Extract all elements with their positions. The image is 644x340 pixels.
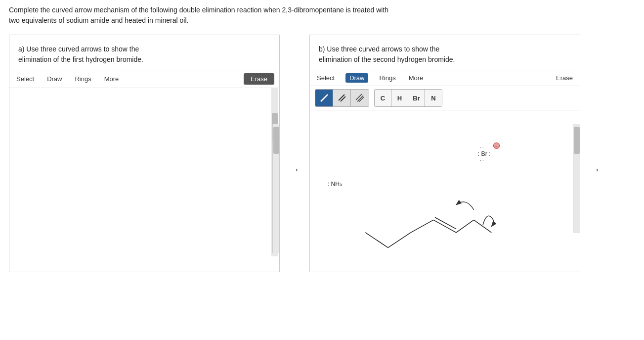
- more-button-b[interactable]: More: [407, 73, 426, 83]
- panel-b-drawing-area[interactable]: − : Br : · · · · : NH₃ − : NH₂ · ·: [310, 110, 580, 259]
- erase-button[interactable]: Erase: [244, 73, 274, 85]
- panel-a-toolbar: Select Draw Rings More Erase: [9, 70, 279, 88]
- carbon-button[interactable]: C: [375, 90, 391, 106]
- panel-b: b) Use three curved arrows to show the e…: [309, 35, 580, 272]
- hydrogen-button[interactable]: H: [391, 90, 408, 106]
- reaction-arrow: →: [280, 35, 309, 176]
- svg-line-47: [321, 95, 328, 101]
- svg-text:· ·: · ·: [480, 158, 484, 163]
- double-bond-button[interactable]: [333, 90, 351, 106]
- svg-line-69: [474, 220, 492, 233]
- bromine-button[interactable]: Br: [408, 90, 425, 106]
- svg-line-63: [388, 233, 411, 248]
- erase-button-b[interactable]: Erase: [554, 73, 575, 83]
- svg-line-65: [411, 220, 433, 233]
- svg-line-66: [433, 220, 456, 233]
- rings-button-b[interactable]: Rings: [377, 73, 397, 83]
- svg-text:: Br :: : Br :: [478, 150, 491, 157]
- rings-button[interactable]: Rings: [73, 74, 93, 84]
- more-button[interactable]: More: [102, 74, 121, 84]
- panel-b-toolbar: Select Draw Rings More Erase: [310, 70, 580, 86]
- svg-line-50: [356, 94, 362, 100]
- bond-toolbar: C H Br N: [310, 86, 580, 110]
- draw-button[interactable]: Draw: [45, 74, 64, 84]
- svg-line-67: [435, 217, 456, 229]
- panel-a-header: a) Use three curved arrows to show the e…: [9, 35, 279, 70]
- select-button-b[interactable]: Select: [315, 73, 337, 83]
- nitrogen-button[interactable]: N: [425, 90, 442, 106]
- question-text: Complete the curved arrow mechanism of t…: [9, 5, 632, 26]
- atom-group: C H Br N: [374, 89, 442, 107]
- svg-text:: NH₃: : NH₃: [328, 181, 342, 188]
- panel-a-drawing-area[interactable]: : NH₂ .. − : Br : .. .. H: [9, 88, 279, 256]
- bond-type-group: [315, 89, 369, 107]
- panel-b-header: b) Use three curved arrows to show the e…: [310, 35, 580, 70]
- panel-a: a) Use three curved arrows to show the e…: [9, 35, 280, 272]
- draw-button-b[interactable]: Draw: [345, 73, 368, 83]
- single-bond-button[interactable]: [315, 90, 333, 106]
- svg-line-64: [365, 233, 388, 248]
- svg-line-48: [339, 95, 344, 100]
- reaction-arrow-2: →: [580, 35, 610, 176]
- triple-bond-button[interactable]: [351, 90, 369, 106]
- svg-text:−: −: [495, 144, 497, 148]
- svg-text:· ·: · ·: [480, 145, 484, 150]
- svg-line-68: [456, 220, 474, 233]
- select-button[interactable]: Select: [14, 74, 36, 84]
